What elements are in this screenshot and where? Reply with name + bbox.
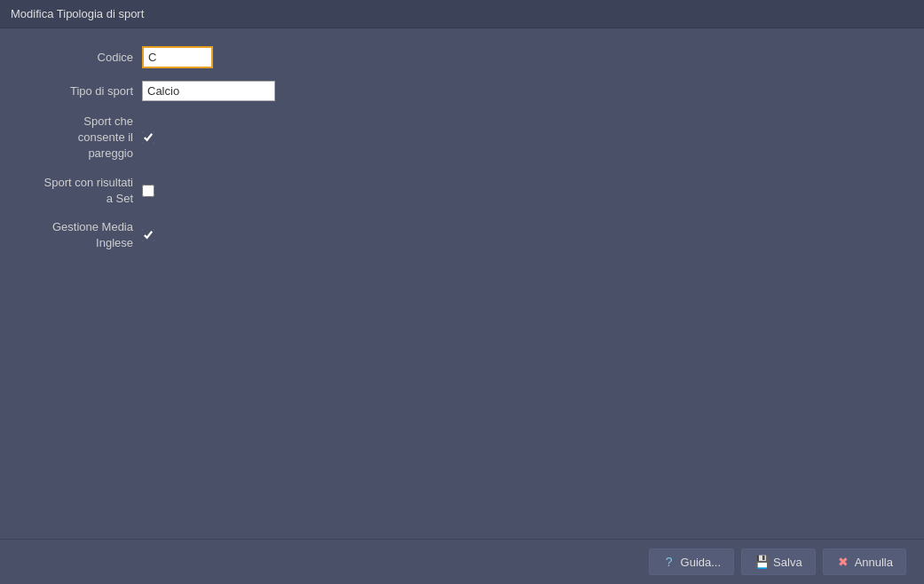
sport-che-group: Sport checonsente ilpareggio: [27, 114, 897, 162]
sport-che-checkbox[interactable]: [142, 131, 154, 144]
sport-set-label: Sport con risultatia Set: [27, 175, 142, 207]
codice-label: Codice: [27, 51, 142, 64]
gestione-media-checkbox[interactable]: [142, 229, 154, 241]
guida-button[interactable]: ? Guida...: [649, 548, 735, 575]
tipo-di-sport-group: Tipo di sport: [27, 81, 897, 101]
sport-set-checkbox[interactable]: [142, 185, 154, 197]
codice-group: Codice: [27, 46, 897, 68]
annulla-button[interactable]: ✖ Annulla: [823, 548, 906, 575]
gestione-media-group: Gestione MediaInglese: [27, 219, 897, 251]
tipo-di-sport-label: Tipo di sport: [27, 84, 142, 98]
window-title: Modifica Tipologia di sport: [11, 7, 144, 20]
annulla-label: Annulla: [855, 556, 893, 569]
save-icon: 💾: [754, 555, 769, 569]
codice-input[interactable]: [142, 46, 213, 68]
main-window: Modifica Tipologia di sport Codice Tipo …: [0, 0, 924, 584]
footer: ? Guida... 💾 Salva ✖ Annulla: [0, 539, 924, 584]
sport-set-group: Sport con risultatia Set: [27, 175, 897, 207]
help-icon: ?: [662, 555, 676, 569]
salva-button[interactable]: 💾 Salva: [741, 548, 816, 575]
sport-che-label: Sport checonsente ilpareggio: [27, 114, 142, 162]
salva-label: Salva: [773, 556, 802, 569]
guida-label: Guida...: [681, 556, 722, 569]
content-area: Codice Tipo di sport Sport checonsente i…: [0, 28, 924, 539]
title-bar: Modifica Tipologia di sport: [0, 0, 924, 28]
gestione-media-label: Gestione MediaInglese: [27, 219, 142, 251]
cancel-icon: ✖: [836, 555, 850, 569]
tipo-di-sport-input[interactable]: [142, 81, 275, 101]
